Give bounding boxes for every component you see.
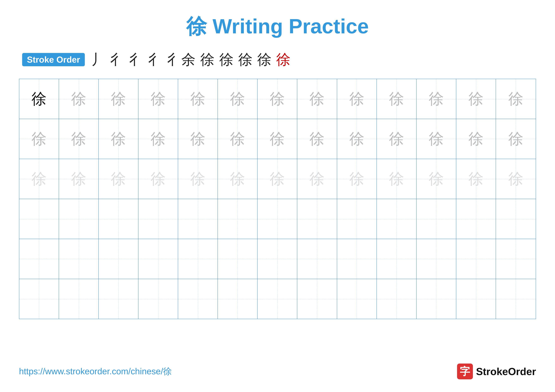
grid-cell-2-2[interactable]: 徐 <box>99 159 139 199</box>
grid-cell-3-1[interactable] <box>59 199 99 239</box>
grid-cell-2-9[interactable]: 徐 <box>377 159 416 199</box>
grid-cell-5-2[interactable] <box>99 279 139 319</box>
grid-cell-5-6[interactable] <box>258 279 297 319</box>
grid-cell-5-9[interactable] <box>377 279 416 319</box>
grid-cell-3-2[interactable] <box>99 199 139 239</box>
grid-cell-4-6[interactable] <box>258 239 297 279</box>
grid-cell-0-9[interactable]: 徐 <box>377 79 416 119</box>
grid-cell-3-5[interactable] <box>218 199 258 239</box>
grid-cell-1-9[interactable]: 徐 <box>377 119 416 159</box>
grid-cell-1-3[interactable]: 徐 <box>139 119 178 159</box>
grid-cell-5-10[interactable] <box>416 279 456 319</box>
grid-cell-2-10[interactable]: 徐 <box>416 159 456 199</box>
grid-cell-0-7[interactable]: 徐 <box>297 79 337 119</box>
grid-cell-5-3[interactable] <box>139 279 178 319</box>
grid-cell-4-12[interactable] <box>496 239 536 279</box>
cell-char-2-5: 徐 <box>230 171 245 186</box>
grid-cell-3-9[interactable] <box>377 199 416 239</box>
grid-cell-4-4[interactable] <box>178 239 218 279</box>
grid-cell-0-11[interactable]: 徐 <box>456 79 496 119</box>
grid-cell-3-8[interactable] <box>337 199 377 239</box>
grid-cell-5-12[interactable] <box>496 279 536 319</box>
grid-cell-0-10[interactable]: 徐 <box>416 79 456 119</box>
grid-cell-5-4[interactable] <box>178 279 218 319</box>
cell-char-1-1: 徐 <box>71 131 86 146</box>
grid-cell-1-5[interactable]: 徐 <box>218 119 258 159</box>
cell-char-2-7: 徐 <box>309 171 324 186</box>
grid-cell-5-8[interactable] <box>337 279 377 319</box>
grid-cell-2-6[interactable]: 徐 <box>258 159 297 199</box>
grid-cell-4-1[interactable] <box>59 239 99 279</box>
grid-cell-3-7[interactable] <box>297 199 337 239</box>
cell-char-2-11: 徐 <box>468 171 483 186</box>
grid-cell-3-6[interactable] <box>258 199 297 239</box>
grid-cell-0-3[interactable]: 徐 <box>139 79 178 119</box>
grid-cell-4-8[interactable] <box>337 239 377 279</box>
grid-cell-5-5[interactable] <box>218 279 258 319</box>
grid-cell-3-12[interactable] <box>496 199 536 239</box>
grid-cell-1-6[interactable]: 徐 <box>258 119 297 159</box>
grid-cell-4-10[interactable] <box>416 239 456 279</box>
grid-cell-4-2[interactable] <box>99 239 139 279</box>
page-title: 徐 Writing Practice <box>19 13 536 41</box>
stroke-step-5: 徐 <box>200 50 215 69</box>
grid-cell-1-1[interactable]: 徐 <box>59 119 99 159</box>
grid-cell-1-11[interactable]: 徐 <box>456 119 496 159</box>
cell-char-1-2: 徐 <box>111 131 126 146</box>
grid-cell-5-1[interactable] <box>59 279 99 319</box>
grid-cell-0-4[interactable]: 徐 <box>178 79 218 119</box>
cell-char-0-9: 徐 <box>389 91 404 107</box>
grid-cell-5-7[interactable] <box>297 279 337 319</box>
grid-cell-4-9[interactable] <box>377 239 416 279</box>
grid-cell-1-2[interactable]: 徐 <box>99 119 139 159</box>
stroke-sequence: 丿彳彳彳彳余徐徐徐徐徐 <box>91 50 291 69</box>
grid-cell-1-0[interactable]: 徐 <box>19 119 59 159</box>
grid-cell-0-1[interactable]: 徐 <box>59 79 99 119</box>
grid-cell-0-6[interactable]: 徐 <box>258 79 297 119</box>
cell-char-0-10: 徐 <box>429 91 444 107</box>
grid-cell-3-0[interactable] <box>19 199 59 239</box>
stroke-step-0: 丿 <box>91 50 105 69</box>
grid-cell-4-7[interactable] <box>297 239 337 279</box>
cell-char-2-0: 徐 <box>31 171 46 186</box>
grid-cell-1-12[interactable]: 徐 <box>496 119 536 159</box>
grid-cell-5-11[interactable] <box>456 279 496 319</box>
grid-cell-0-12[interactable]: 徐 <box>496 79 536 119</box>
grid-row-2: 徐徐徐徐徐徐徐徐徐徐徐徐徐 <box>19 159 536 199</box>
cell-char-1-4: 徐 <box>190 131 205 146</box>
grid-cell-4-0[interactable] <box>19 239 59 279</box>
grid-cell-2-1[interactable]: 徐 <box>59 159 99 199</box>
grid-cell-5-0[interactable] <box>19 279 59 319</box>
grid-cell-3-3[interactable] <box>139 199 178 239</box>
grid-cell-3-10[interactable] <box>416 199 456 239</box>
grid-cell-1-7[interactable]: 徐 <box>297 119 337 159</box>
grid-cell-2-0[interactable]: 徐 <box>19 159 59 199</box>
grid-cell-0-2[interactable]: 徐 <box>99 79 139 119</box>
stroke-order-row: Stroke Order 丿彳彳彳彳余徐徐徐徐徐 <box>19 50 536 69</box>
cell-char-1-9: 徐 <box>389 131 404 146</box>
grid-cell-3-4[interactable] <box>178 199 218 239</box>
grid-cell-3-11[interactable] <box>456 199 496 239</box>
grid-cell-1-4[interactable]: 徐 <box>178 119 218 159</box>
grid-cell-2-4[interactable]: 徐 <box>178 159 218 199</box>
grid-cell-4-5[interactable] <box>218 239 258 279</box>
grid-cell-2-11[interactable]: 徐 <box>456 159 496 199</box>
cell-char-2-1: 徐 <box>71 171 86 186</box>
stroke-step-7: 徐 <box>238 50 253 69</box>
cell-char-2-9: 徐 <box>389 171 404 186</box>
cell-char-1-5: 徐 <box>230 131 245 146</box>
grid-cell-1-8[interactable]: 徐 <box>337 119 377 159</box>
cell-char-0-11: 徐 <box>468 91 483 107</box>
grid-cell-0-8[interactable]: 徐 <box>337 79 377 119</box>
grid-cell-0-0[interactable]: 徐 <box>19 79 59 119</box>
grid-cell-4-3[interactable] <box>139 239 178 279</box>
grid-cell-0-5[interactable]: 徐 <box>218 79 258 119</box>
grid-cell-2-12[interactable]: 徐 <box>496 159 536 199</box>
grid-cell-2-3[interactable]: 徐 <box>139 159 178 199</box>
grid-cell-1-10[interactable]: 徐 <box>416 119 456 159</box>
grid-cell-2-7[interactable]: 徐 <box>297 159 337 199</box>
stroke-step-8: 徐 <box>257 50 271 69</box>
grid-cell-2-8[interactable]: 徐 <box>337 159 377 199</box>
grid-cell-2-5[interactable]: 徐 <box>218 159 258 199</box>
grid-cell-4-11[interactable] <box>456 239 496 279</box>
